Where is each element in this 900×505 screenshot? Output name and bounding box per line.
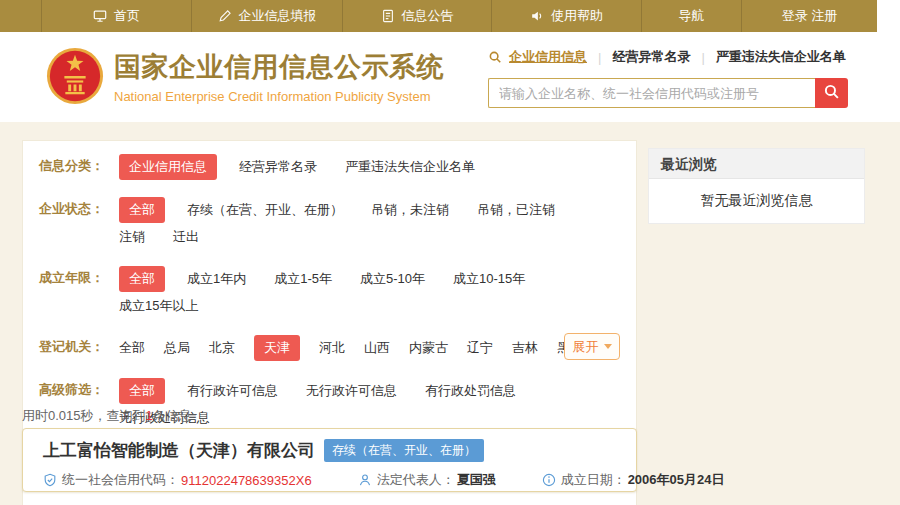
nav-item-label: 信息公告 (402, 7, 454, 25)
search-row (488, 78, 860, 108)
filter-option[interactable]: 成立15年以上 (119, 296, 198, 316)
filter-option-line: 全部总局北京天津河北山西内蒙古辽宁吉林黑龙江 (119, 334, 620, 361)
filter-option[interactable]: 北京 (209, 338, 235, 358)
sidebar-empty-text: 暂无最近浏览信息 (649, 179, 864, 223)
filter-row-enterprise-status: 企业状态：全部存续（在营、开业、在册）吊销，未注销吊销，已注销注销迁出 (39, 196, 620, 249)
summary-prefix: 用时0.015秒，查询到 (22, 408, 146, 423)
nav-item-help[interactable]: 使用帮助 (492, 0, 642, 32)
filter-option[interactable]: 全部 (119, 266, 165, 292)
filter-option[interactable]: 注销 (119, 227, 145, 247)
nav-item-label: 首页 (114, 7, 140, 25)
filter-option[interactable]: 无行政许可信息 (306, 381, 397, 401)
filter-option[interactable]: 全部 (119, 338, 145, 358)
nav-item-login-register[interactable]: 登录 注册 (742, 0, 877, 32)
company-title-row: 上工富怡智能制造（天津）有限公司 存续（在营、开业、在册） (43, 439, 616, 462)
main-area: 信息分类：企业信用信息经营异常名录严重违法失信企业名单企业状态：全部存续（在营、… (0, 122, 900, 505)
filter-option[interactable]: 辽宁 (467, 338, 493, 358)
search-tabs-magnifier-icon (488, 50, 502, 64)
nav-item-announcements[interactable]: 信息公告 (343, 0, 492, 32)
site-header: 国家企业信用信息公示系统 National Enterprise Credit … (0, 32, 900, 122)
filter-option[interactable]: 吊销，已注销 (477, 200, 555, 220)
filter-option[interactable]: 全部 (119, 378, 165, 404)
info-circle-icon (542, 473, 556, 487)
filter-options-enterprise-status: 全部存续（在营、开业、在册）吊销，未注销吊销，已注销注销迁出 (119, 196, 620, 249)
filter-option[interactable]: 全部 (119, 197, 165, 223)
title-block: 国家企业信用信息公示系统 National Enterprise Credit … (114, 49, 444, 104)
filter-option[interactable]: 天津 (254, 335, 300, 361)
filter-option[interactable]: 山西 (364, 338, 390, 358)
shield-id-icon (43, 473, 57, 487)
nav-item-label: 登录 注册 (782, 7, 838, 25)
nav-item-site-navigation[interactable]: 导航 (642, 0, 742, 32)
filter-options-registration-authority: 全部总局北京天津河北山西内蒙古辽宁吉林黑龙江 (119, 334, 620, 361)
company-fields-row: 统一社会信用代码：9112022478639352X6法定代表人：夏国强成立日期… (43, 471, 616, 489)
filter-row-establishment-years: 成立年限：全部成立1年内成立1-5年成立5-10年成立10-15年成立15年以上 (39, 265, 620, 318)
expand-button-label: 展开 (573, 338, 599, 356)
sidebar-title: 最近浏览 (649, 149, 864, 179)
filter-option-line: 全部成立1年内成立1-5年成立5-10年成立10-15年成立15年以上 (119, 265, 620, 318)
expand-button[interactable]: 展开 (564, 333, 620, 360)
filter-option-line: 企业信用信息经营异常名录严重违法失信企业名单 (119, 153, 620, 180)
caret-down-icon (604, 344, 612, 349)
company-field: 统一社会信用代码：9112022478639352X6 (43, 471, 312, 489)
nav-item-enterprise-info-filing[interactable]: 企业信息填报 (192, 0, 343, 32)
page-title: 国家企业信用信息公示系统 (114, 49, 444, 85)
monitor-icon (93, 9, 107, 23)
summary-suffix: 条信息 (153, 408, 192, 423)
filter-option[interactable]: 存续（在营、开业、在册） (187, 200, 343, 220)
summary-count: 1 (146, 408, 153, 423)
page-subtitle: National Enterprise Credit Information P… (114, 89, 444, 104)
filter-option[interactable]: 有行政许可信息 (187, 381, 278, 401)
filter-option-line: 全部有行政许可信息无行政许可信息有行政处罚信息无行政处罚信息 (119, 377, 620, 430)
speaker-icon (530, 9, 544, 23)
field-label: 法定代表人： (377, 471, 455, 489)
pen-icon (218, 9, 232, 23)
filter-label-establishment-years: 成立年限： (39, 265, 119, 318)
company-result-card[interactable]: 上工富怡智能制造（天津）有限公司 存续（在营、开业、在册） 统一社会信用代码：9… (22, 428, 637, 492)
filter-label-registration-authority: 登记机关： (39, 334, 119, 361)
tab-divider: | (598, 50, 601, 65)
national-emblem-icon (46, 47, 104, 105)
company-name-link[interactable]: 上工富怡智能制造（天津）有限公司 (43, 439, 315, 462)
filter-option[interactable]: 总局 (164, 338, 190, 358)
filter-label-info-category: 信息分类： (39, 153, 119, 180)
filter-option[interactable]: 有行政处罚信息 (425, 381, 516, 401)
filter-option[interactable]: 迁出 (173, 227, 199, 247)
nav-item-label: 企业信息填报 (239, 7, 317, 25)
company-field: 成立日期：2006年05月24日 (542, 471, 725, 489)
search-tab-1[interactable]: 企业信用信息 (509, 48, 587, 66)
filter-option[interactable]: 企业信用信息 (119, 154, 217, 180)
filter-option[interactable]: 河北 (319, 338, 345, 358)
filter-options-info-category: 企业信用信息经营异常名录严重违法失信企业名单 (119, 153, 620, 180)
person-icon (358, 473, 372, 487)
filter-option[interactable]: 吉林 (512, 338, 538, 358)
search-tab-3[interactable]: 严重违法失信企业名单 (716, 48, 846, 66)
filter-option[interactable]: 成立5-10年 (360, 269, 425, 289)
tab-divider: | (701, 50, 704, 65)
search-button[interactable] (815, 78, 848, 108)
nav-spacer (0, 0, 42, 32)
nav-item-home[interactable]: 首页 (42, 0, 192, 32)
search-block: 企业信用信息|经营异常名录|严重违法失信企业名单 (488, 47, 860, 108)
filter-option[interactable]: 内蒙古 (409, 338, 448, 358)
field-value: 夏国强 (457, 471, 496, 489)
search-input[interactable] (488, 78, 815, 108)
filter-option[interactable]: 成立1年内 (187, 269, 246, 289)
search-tab-2[interactable]: 经营异常名录 (612, 48, 690, 66)
filter-option-line: 全部存续（在营、开业、在册）吊销，未注销吊销，已注销注销迁出 (119, 196, 620, 249)
filter-option[interactable]: 经营异常名录 (239, 157, 317, 177)
company-field: 法定代表人：夏国强 (358, 471, 496, 489)
filter-row-registration-authority: 登记机关：全部总局北京天津河北山西内蒙古辽宁吉林黑龙江展开 (39, 334, 620, 361)
filter-options-establishment-years: 全部成立1年内成立1-5年成立5-10年成立10-15年成立15年以上 (119, 265, 620, 318)
field-value: 2006年05月24日 (628, 471, 725, 489)
nav-item-label: 使用帮助 (551, 7, 603, 25)
company-status-badge: 存续（在营、开业、在册） (324, 439, 484, 462)
filter-option[interactable]: 吊销，未注销 (371, 200, 449, 220)
field-value: 9112022478639352X6 (181, 473, 312, 488)
recent-views-sidebar: 最近浏览 暂无最近浏览信息 (648, 148, 865, 224)
results-summary: 用时0.015秒，查询到1条信息 (22, 407, 192, 425)
filter-option[interactable]: 成立10-15年 (453, 269, 525, 289)
filter-option[interactable]: 严重违法失信企业名单 (345, 157, 475, 177)
filter-option[interactable]: 成立1-5年 (274, 269, 332, 289)
field-label: 成立日期： (561, 471, 626, 489)
